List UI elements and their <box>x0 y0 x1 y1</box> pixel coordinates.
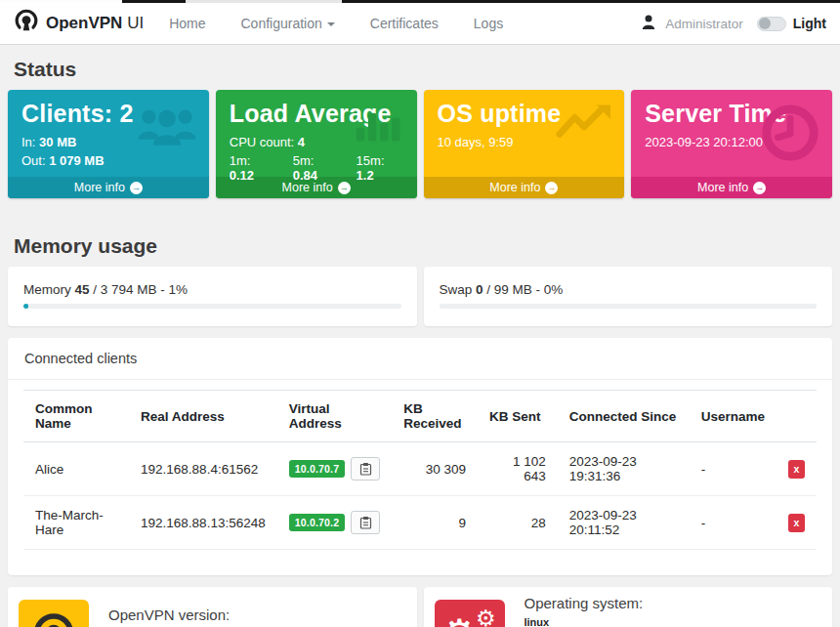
cell-real-address: 192.168.88.4:61562 <box>129 442 277 496</box>
load-1m-value: 0.12 <box>230 168 254 183</box>
memory-progress-bar <box>23 304 401 309</box>
load-1m-label: 1m: <box>230 153 251 168</box>
memory-usage-heading: Memory usage <box>14 234 826 258</box>
os-value: linux <box>525 614 644 627</box>
main-content: Status Clients: 2 In: 30 MB Out: 1 079 M… <box>0 58 840 627</box>
theme-toggle[interactable] <box>757 17 786 31</box>
os-title: Operating system: <box>525 595 644 611</box>
col-actions <box>777 391 817 442</box>
nav-logs-label: Logs <box>474 16 503 31</box>
swap-progress-bar <box>440 304 818 309</box>
server-time-card: Server Time 2023-09-23 20:12:00 More inf… <box>631 90 832 198</box>
server-time-card-body: Server Time 2023-09-23 20:12:00 <box>631 90 832 177</box>
uptime-more-link[interactable]: More info→ <box>424 177 625 198</box>
brand-name: OpenVPN <box>46 14 122 32</box>
copy-ip-button[interactable] <box>351 457 380 481</box>
table-header-row: Common Name Real Address Virtual Address… <box>23 391 817 442</box>
brand-suffix: UI <box>127 14 144 32</box>
disconnect-client-button[interactable]: x <box>788 460 805 479</box>
cell-virtual-address: 10.0.70.2 <box>277 496 393 550</box>
cell-real-address: 192.168.88.13:56248 <box>129 496 277 550</box>
disconnect-client-button[interactable]: x <box>788 514 805 532</box>
table-row: Alice 192.168.88.4:61562 10.0.70.7 <box>23 442 817 496</box>
nav-links: Home Configuration Certificates Logs <box>169 16 503 31</box>
window-top-edge-segment <box>186 0 342 3</box>
clients-card-body: Clients: 2 In: 30 MB Out: 1 079 MB <box>8 90 209 177</box>
os-uptime-card: OS uptime 10 days, 9:59 More info→ <box>424 90 625 198</box>
swap-text: Swap 0 / 99 MB - 0% <box>440 282 818 297</box>
clients-out-label: Out: <box>21 153 46 168</box>
openvpn-version-card: OpenVPN version: OpenVPN 2.6.5 aarch64-a… <box>8 587 417 627</box>
gear-glyph: ⚙ <box>441 614 479 627</box>
cell-common-name: The-March-Hare <box>23 496 129 550</box>
cell-common-name: Alice <box>23 442 129 496</box>
operating-system-card: ⚙ ⚙ ⚙ Operating system: linux Architectu… <box>424 587 833 627</box>
col-common-name: Common Name <box>23 391 129 442</box>
load-15m: 15m: 1.2 <box>357 153 403 183</box>
table-row: The-March-Hare 192.168.88.13:56248 10.0.… <box>23 496 817 550</box>
more-info-label: More info <box>697 181 748 194</box>
clients-in-value: 30 MB <box>39 135 76 149</box>
nav-certificates[interactable]: Certificates <box>370 16 439 31</box>
load-5m: 5m: 0.84 <box>293 153 340 183</box>
arrow-circle-right-icon: → <box>753 182 766 194</box>
openvpn-logo-icon <box>14 9 39 38</box>
cell-kb-received: 9 <box>392 496 478 550</box>
chevron-down-icon <box>327 22 335 26</box>
navbar-right: Administrator Light <box>641 14 826 34</box>
memory-value: 45 <box>75 282 90 297</box>
virtual-ip-badge: 10.0.70.2 <box>289 514 346 531</box>
openvpn-logo-icon <box>19 600 89 627</box>
bottom-info-cards: OpenVPN version: OpenVPN 2.6.5 aarch64-a… <box>8 587 832 627</box>
status-cards: Clients: 2 In: 30 MB Out: 1 079 MB More … <box>8 90 832 198</box>
memory-detail: / 3 794 MB - 1% <box>93 282 188 297</box>
trend-up-icon <box>556 103 612 146</box>
arrow-circle-right-icon: → <box>130 182 143 194</box>
cell-virtual-address: 10.0.70.7 <box>277 442 393 496</box>
col-virtual-address: Virtual Address <box>277 391 393 442</box>
operating-system-text: Operating system: linux Architecture: ar… <box>525 595 653 627</box>
memory-card: Memory 45 / 3 794 MB - 1% <box>8 267 417 326</box>
openvpn-version-title: OpenVPN version: <box>108 606 399 623</box>
cell-username: - <box>690 442 777 496</box>
load-5m-label: 5m: <box>293 153 315 168</box>
more-info-label: More info <box>74 181 125 194</box>
col-real-address: Real Address <box>129 391 277 442</box>
users-icon <box>137 103 197 152</box>
os-uptime-card-body: OS uptime 10 days, 9:59 <box>424 90 625 177</box>
clients-card: Clients: 2 In: 30 MB Out: 1 079 MB More … <box>8 90 209 198</box>
load-15m-label: 15m: <box>357 153 385 168</box>
col-kb-received: KB Received <box>392 391 478 442</box>
gears-icon: ⚙ ⚙ ⚙ <box>435 600 505 627</box>
theme-label: Light <box>793 16 826 31</box>
load-15m-value: 1.2 <box>357 168 374 183</box>
swap-value: 0 <box>476 282 483 297</box>
col-connected-since: Connected Since <box>558 391 690 442</box>
load-average-card: Load Average CPU count: 4 1m: 0.12 5m: 0… <box>216 90 417 198</box>
brand[interactable]: OpenVPN UI <box>14 9 144 38</box>
nav-logs[interactable]: Logs <box>474 16 503 31</box>
server-time-more-link[interactable]: More info→ <box>631 177 832 198</box>
arrow-circle-right-icon: → <box>545 182 558 194</box>
cell-actions: x <box>777 442 817 496</box>
gear-glyph: ⚙ <box>476 607 496 627</box>
arrow-circle-right-icon: → <box>338 182 351 194</box>
nav-home-label: Home <box>169 16 205 31</box>
copy-ip-button[interactable] <box>351 511 380 534</box>
load-1m: 1m: 0.12 <box>230 153 276 183</box>
memory-progress-fill <box>23 304 28 309</box>
cell-username: - <box>690 496 777 550</box>
cell-kb-sent: 28 <box>478 496 558 550</box>
load-values: 1m: 0.12 5m: 0.84 15m: 1.2 <box>230 153 403 183</box>
connected-clients-panel: Connected clients Common Name Real Addre… <box>8 338 832 575</box>
toggle-knob <box>759 18 771 29</box>
cell-kb-received: 30 309 <box>392 442 478 496</box>
clients-more-link[interactable]: More info→ <box>8 177 209 198</box>
nav-home[interactable]: Home <box>169 16 205 31</box>
swap-label: Swap <box>440 282 473 297</box>
memory-label: Memory <box>23 282 71 297</box>
user-menu[interactable]: Administrator <box>665 17 743 31</box>
nav-configuration[interactable]: Configuration <box>241 16 335 31</box>
more-info-label: More info <box>489 181 540 194</box>
status-heading: Status <box>14 58 826 81</box>
